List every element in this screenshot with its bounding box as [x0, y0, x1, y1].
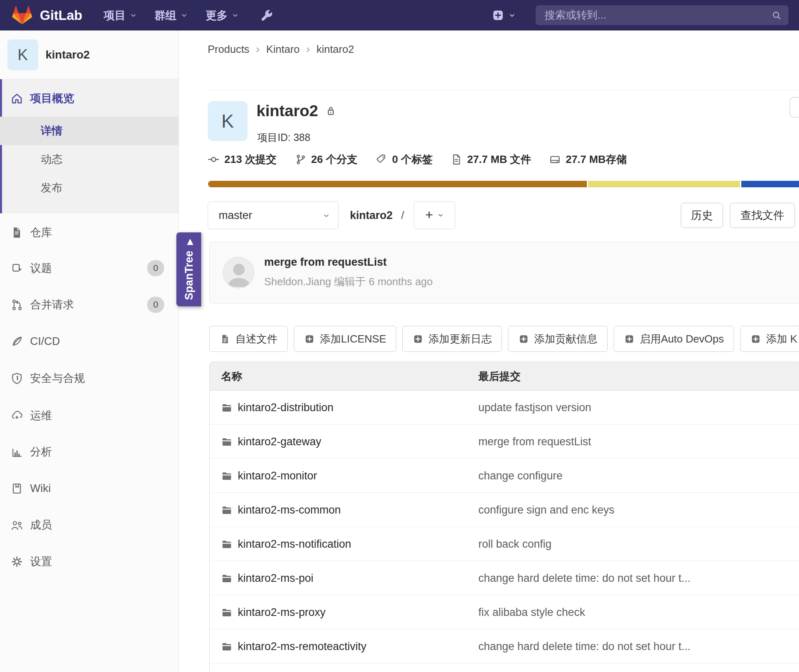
action-button-label: 自述文件 — [235, 332, 278, 346]
chevron-down-icon[interactable] — [508, 12, 516, 19]
commit-message[interactable]: change hard delete time: do not set hour… — [478, 561, 690, 595]
action-button-label: 添加贡献信息 — [534, 332, 597, 346]
gear-icon — [11, 555, 23, 568]
commit-message[interactable]: configure sign and enc keys — [478, 493, 614, 527]
spantree-tab[interactable]: SpanTree ▶ — [176, 232, 201, 306]
breadcrumb-item-kintaro[interactable]: Kintaro — [266, 43, 300, 56]
folder-icon — [221, 470, 232, 481]
file-icon — [450, 154, 462, 165]
search-input[interactable] — [536, 5, 788, 25]
clipped-action-button[interactable] — [790, 97, 799, 117]
sidebar-project-context[interactable]: K kintaro2 — [0, 30, 178, 79]
folder-name[interactable]: kintaro2-ms-poi — [238, 572, 313, 585]
sidebar-item-releases[interactable]: 发布 — [0, 173, 178, 202]
commit-message[interactable]: merge from requestList — [478, 425, 591, 459]
sidebar-item-project-overview[interactable]: 项目概览 — [0, 85, 178, 112]
brand-title[interactable]: GitLab — [40, 0, 83, 30]
folder-icon — [221, 504, 232, 516]
committer-avatar[interactable] — [223, 257, 254, 288]
breadcrumb-item-kintaro2[interactable]: kintaro2 — [317, 43, 354, 56]
stat-commits[interactable]: 213 次提交 — [208, 152, 277, 167]
gitlab-logo-icon[interactable] — [12, 5, 32, 25]
breadcrumb-item-products[interactable]: Products — [208, 43, 250, 56]
sidebar-item-merge-requests[interactable]: 合并请求 0 — [0, 293, 178, 317]
sidebar-item-activity[interactable]: 动态 — [0, 145, 178, 173]
add-changelog-button[interactable]: 添加更新日志 — [402, 326, 502, 352]
sidebar-item-cicd[interactable]: CI/CD — [0, 329, 178, 353]
sidebar-item-wiki[interactable]: Wiki — [0, 476, 178, 501]
add-license-button[interactable]: 添加LICENSE — [294, 326, 396, 352]
sidebar-overview-section: 项目概览 详情 动态 发布 — [0, 79, 178, 213]
sidebar-item-security[interactable]: 安全与合规 — [0, 366, 178, 390]
sidebar-item-label: CI/CD — [30, 335, 60, 348]
wrench-icon[interactable] — [259, 9, 273, 22]
folder-name[interactable]: kintaro2-ms-remoteactivity — [238, 640, 367, 653]
nav-menu-projects[interactable]: 项目 — [104, 0, 137, 30]
sidebar-item-details[interactable]: 详情 — [0, 117, 178, 145]
last-commit-message[interactable]: merge from requestList — [264, 256, 387, 269]
sidebar-item-repository[interactable]: 仓库 — [0, 220, 178, 245]
folder-icon — [221, 607, 232, 618]
table-row[interactable]: kintaro2-monitor change configure — [210, 459, 799, 493]
add-kubernetes-button[interactable]: 添加 K — [740, 326, 799, 352]
plus-square-icon — [304, 334, 315, 345]
header-divider — [208, 90, 799, 90]
folder-name[interactable]: kintaro2-ms-notification — [238, 538, 351, 551]
folder-icon — [221, 538, 232, 550]
table-row[interactable]: kintaro2-distribution update fastjson ve… — [210, 390, 799, 425]
stat-tags[interactable]: 0 个标签 — [376, 152, 433, 167]
sidebar-item-operations[interactable]: 运维 — [0, 403, 178, 428]
sidebar-item-analytics[interactable]: 分析 — [0, 440, 178, 464]
repo-path-project[interactable]: kintaro2 — [350, 202, 393, 229]
sidebar-item-label: 运维 — [30, 408, 52, 423]
project-action-buttons: 自述文件 添加LICENSE 添加更新日志 添加贡献信息 启用Auto DevO… — [209, 326, 799, 352]
merge-request-icon — [11, 299, 23, 311]
issues-count-badge: 0 — [147, 260, 164, 276]
chevron-down-icon — [323, 212, 330, 219]
folder-name[interactable]: kintaro2-gateway — [238, 436, 321, 448]
table-row[interactable]: kintaro2-ms-remoteactivity change hard d… — [210, 629, 799, 663]
folder-name[interactable]: kintaro2-distribution — [238, 401, 334, 414]
stat-files-size[interactable]: 27.7 MB 文件 — [450, 152, 531, 167]
table-row[interactable]: kintaro2-ms-notification roll back confi… — [210, 527, 799, 561]
add-contributing-button[interactable]: 添加贡献信息 — [508, 326, 608, 352]
project-title-row: kintaro2 — [256, 102, 337, 120]
table-row[interactable]: kintaro2-gateway merge from requestList — [210, 425, 799, 459]
stat-branches[interactable]: 26 个分支 — [295, 152, 358, 167]
commit-message[interactable]: change hard delete time: do not set hour… — [478, 629, 690, 663]
plus-square-icon — [624, 334, 635, 345]
nav-menu-groups[interactable]: 群组 — [154, 0, 188, 30]
nav-menu-more[interactable]: 更多 — [206, 0, 239, 30]
commit-message[interactable]: roll back config — [478, 527, 551, 561]
sidebar-item-settings[interactable]: 设置 — [0, 549, 178, 574]
commit-message[interactable]: fix alibaba style check — [478, 595, 585, 629]
repo-add-button[interactable]: + — [414, 202, 455, 229]
folder-name[interactable]: kintaro2-ms-proxy — [238, 606, 326, 619]
sidebar-item-members[interactable]: 成员 — [0, 513, 178, 537]
new-plus-icon[interactable] — [492, 9, 504, 22]
commit-message[interactable]: update fastjson version — [478, 390, 591, 425]
stat-storage-size[interactable]: 27.7 MB存储 — [549, 152, 627, 167]
gitlab-project-page: GitLab 项目 群组 更多 K kintaro2 — [0, 0, 799, 672]
search-icon[interactable] — [771, 10, 782, 21]
table-row[interactable]: kintaro2-ms-poi change hard delete time:… — [210, 561, 799, 595]
folder-name[interactable]: kintaro2-ms-common — [238, 504, 341, 516]
file-badge-icon — [219, 334, 230, 345]
plus-square-icon — [413, 334, 423, 345]
history-button[interactable]: 历史 — [681, 203, 723, 228]
cloud-gear-icon — [11, 410, 23, 422]
commit-message[interactable]: change configure — [478, 459, 562, 493]
table-row[interactable]: kintaro2-ms-common configure sign and en… — [210, 493, 799, 527]
file-tree-table: 名称 最后提交 kintaro2-distribution update fas… — [209, 362, 799, 672]
enable-auto-devops-button[interactable]: 启用Auto DevOps — [614, 326, 734, 352]
readme-button[interactable]: 自述文件 — [209, 326, 288, 352]
folder-icon — [221, 572, 232, 584]
language-bar[interactable] — [208, 181, 799, 187]
sidebar-item-issues[interactable]: 议题 0 — [0, 256, 178, 280]
find-file-button[interactable]: 查找文件 — [730, 203, 795, 228]
book-icon — [11, 482, 23, 495]
table-row[interactable]: kintaro2-ms-proxy fix alibaba style chec… — [210, 595, 799, 629]
folder-name[interactable]: kintaro2-monitor — [238, 470, 317, 482]
branch-selector[interactable]: master — [208, 202, 339, 229]
chevron-down-icon — [180, 12, 188, 19]
